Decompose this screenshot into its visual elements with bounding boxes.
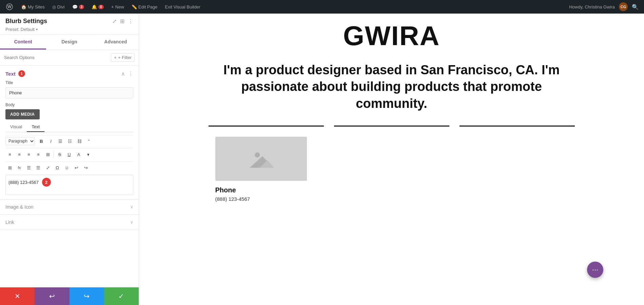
fab-icon: ···	[592, 265, 598, 274]
cancel-icon: ✕	[15, 292, 20, 300]
text-color-arrow[interactable]: ▾	[84, 150, 93, 159]
panel-title: Blurb Settings	[5, 18, 47, 25]
blurb-title: Phone	[215, 186, 568, 194]
preset-dropdown-arrow: ▾	[36, 27, 38, 31]
text-color-btn[interactable]: A	[74, 150, 83, 159]
blurb-body: (888) 123-4567	[215, 196, 568, 202]
text-badge-2: 2	[42, 178, 51, 187]
divider-2	[334, 126, 449, 127]
text-section: Text 1 ∧ ⋮ Title Bod	[0, 65, 139, 199]
editor-tabs: Visual Text	[5, 122, 133, 132]
title-label: Title	[5, 80, 133, 85]
underline-btn[interactable]: U	[65, 150, 74, 159]
text-section-title: Text	[5, 71, 16, 77]
edit-page-btn[interactable]: ✏️ Edit Page	[129, 0, 160, 14]
blurb-item: Phone (888) 123-4567	[209, 137, 575, 202]
add-media-btn[interactable]: ADD MEDIA	[5, 109, 40, 119]
svg-text:W: W	[7, 4, 12, 9]
section-controls: ∧ ⋮	[121, 71, 133, 77]
link-section[interactable]: Link ∨	[0, 215, 139, 230]
blurb-settings-panel: Blurb Settings ⤢ ⊞ ⋮ Preset: Default ▾ C…	[0, 14, 139, 305]
toolbar-row-1: Paragraph B I ☰ ☷ ⛓ "	[5, 135, 133, 147]
toolbar-outdent-btn[interactable]: ☰	[34, 163, 43, 172]
redo-btn[interactable]: ↪	[81, 163, 90, 172]
divi-icon: ◎	[52, 4, 56, 9]
redo-icon: ↪	[84, 292, 90, 300]
image-icon-title: Image & Icon	[5, 204, 34, 210]
main-layout: Blurb Settings ⤢ ⊞ ⋮ Preset: Default ▾ C…	[0, 14, 644, 305]
svg-point-3	[255, 152, 260, 157]
title-input[interactable]	[5, 87, 133, 98]
exit-builder-btn[interactable]: Exit Visual Builder	[162, 0, 203, 14]
editor-tab-visual[interactable]: Visual	[5, 122, 27, 132]
editor-tab-text[interactable]: Text	[27, 122, 44, 132]
toolbar-indent-btn[interactable]: ☰	[24, 163, 33, 172]
filter-btn[interactable]: + + Filter	[111, 53, 135, 62]
new-menu[interactable]: + New	[109, 0, 127, 14]
align-justify-btn[interactable]: ≡	[34, 150, 43, 159]
avatar[interactable]: CG	[619, 2, 628, 11]
tab-design[interactable]: Design	[46, 35, 92, 50]
divider-row	[209, 126, 575, 127]
link-btn[interactable]: ⛓	[75, 137, 84, 146]
align-right-btn[interactable]: ≡	[24, 150, 33, 159]
save-btn[interactable]: ✓	[104, 287, 139, 305]
more-icon[interactable]: ⋮	[128, 18, 133, 24]
toolbar-sep	[54, 151, 54, 158]
title-field-group: Title	[0, 80, 139, 102]
undo-icon: ↩	[49, 292, 55, 300]
paragraph-select[interactable]: Paragraph	[5, 137, 35, 145]
undo-bottom-btn[interactable]: ↩	[35, 287, 69, 305]
comment-count: 3	[79, 5, 84, 9]
special-char-btn[interactable]: Ω	[53, 163, 62, 172]
notification-icon: 🔔	[92, 4, 97, 9]
ul-btn[interactable]: ☰	[56, 137, 65, 146]
comment-icon: 💬	[72, 4, 78, 9]
toolbar-grid-btn[interactable]: ⊞	[5, 163, 14, 172]
preset-row[interactable]: Preset: Default ▾	[5, 27, 133, 32]
toolbar-fx-btn[interactable]: fx	[15, 163, 24, 172]
emoji-btn[interactable]: ☺	[62, 163, 71, 172]
ol-btn[interactable]: ☷	[65, 137, 74, 146]
admin-bar-right: Howdy, Christina Gwira CG 🔍	[566, 2, 641, 11]
comments-menu[interactable]: 💬 3	[70, 0, 87, 14]
cancel-btn[interactable]: ✕	[0, 287, 35, 305]
quote-btn[interactable]: "	[84, 137, 93, 146]
filter-icon: +	[114, 55, 117, 60]
wp-logo[interactable]: W	[3, 0, 16, 14]
toolbar-fullscreen-btn[interactable]: ⤢	[43, 163, 52, 172]
tab-advanced[interactable]: Advanced	[93, 35, 139, 50]
fullscreen-icon[interactable]: ⤢	[112, 18, 117, 24]
toolbar-row-2: ≡ ≡ ≡ ≡ ⊞ S U A ▾	[5, 148, 133, 160]
redo-bottom-btn[interactable]: ↪	[70, 287, 104, 305]
undo-btn[interactable]: ↩	[72, 163, 81, 172]
search-icon-admin[interactable]: 🔍	[629, 4, 641, 10]
collapse-icon[interactable]: ∧	[121, 71, 125, 77]
image-icon-section[interactable]: Image & Icon ∨	[0, 199, 139, 215]
fab-btn[interactable]: ···	[587, 262, 603, 278]
align-center-btn[interactable]: ≡	[15, 150, 24, 159]
notifications-menu[interactable]: 🔔 0	[89, 0, 106, 14]
italic-btn[interactable]: I	[46, 137, 55, 146]
panel-tabs: Content Design Advanced	[0, 35, 139, 50]
section-more-icon[interactable]: ⋮	[128, 71, 133, 77]
howdy-text: Howdy, Christina Gwira	[566, 4, 618, 9]
my-sites-menu[interactable]: 🏠 My Sites	[18, 0, 47, 14]
divider-3	[460, 126, 575, 127]
search-input[interactable]	[4, 55, 108, 60]
bold-btn[interactable]: B	[37, 137, 46, 146]
panel-content: Text 1 ∧ ⋮ Title Bod	[0, 65, 139, 287]
align-left-btn[interactable]: ≡	[5, 150, 14, 159]
divider-1	[209, 126, 324, 127]
strikethrough-btn[interactable]: S	[55, 150, 64, 159]
pencil-icon: ✏️	[132, 4, 137, 9]
tab-content[interactable]: Content	[0, 35, 46, 50]
content-inner: GWIRA I'm a product designer based in Sa…	[188, 14, 595, 215]
search-row: + + Filter	[0, 50, 139, 65]
divi-menu[interactable]: ◎ Divi	[50, 0, 67, 14]
body-editor[interactable]: (888) 123-4567 2	[5, 175, 133, 195]
table-btn[interactable]: ⊞	[43, 150, 52, 159]
admin-bar: W 🏠 My Sites ◎ Divi 💬 3 🔔 0 + New ✏️ Edi…	[0, 0, 644, 14]
right-content: GWIRA I'm a product designer based in Sa…	[139, 14, 644, 305]
columns-icon[interactable]: ⊞	[120, 18, 124, 24]
